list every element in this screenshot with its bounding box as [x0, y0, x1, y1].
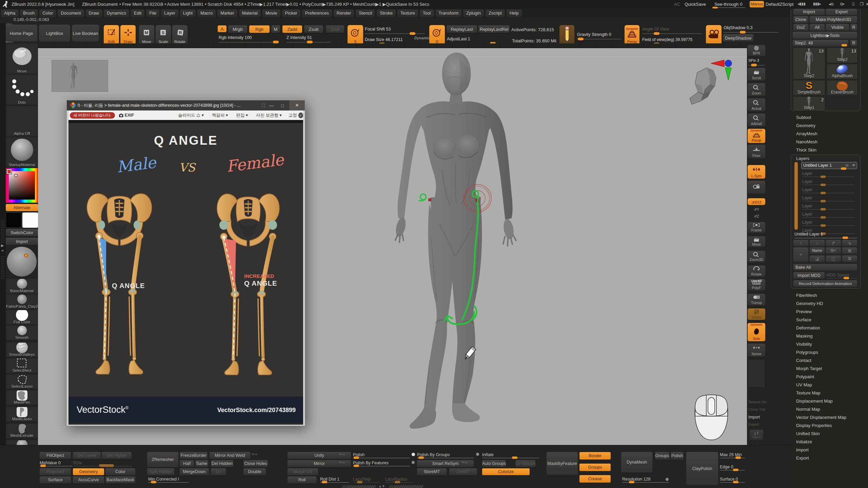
- main-color-swatch[interactable]: [6, 212, 21, 228]
- current-texture[interactable]: StartupMaterial: [6, 137, 38, 167]
- rotate-mode-button[interactable]: RRotate: [172, 25, 188, 45]
- rgb-intensity-slider[interactable]: Rgb Intensity 100: [219, 35, 279, 40]
- make-polymesh3d-button[interactable]: Make PolyMesh3D: [810, 16, 857, 23]
- record-deformation-button[interactable]: Record Deformation Animation: [793, 280, 857, 287]
- del-lower-button[interactable]: Del Lower: [73, 452, 101, 459]
- section-deformation[interactable]: Deformation: [796, 325, 820, 330]
- menu-draw[interactable]: Draw: [86, 9, 102, 17]
- layer-arrow-0[interactable]: ↑: [793, 240, 808, 246]
- texture-preview-box[interactable]: [748, 359, 765, 388]
- resolution-radio[interactable]: [666, 478, 669, 481]
- home-page-button[interactable]: Home Page: [5, 25, 37, 42]
- resolution-slider-knob[interactable]: [629, 481, 634, 483]
- draw-size-dynamic-button[interactable]: D: [429, 25, 445, 45]
- section-masking[interactable]: Masking: [796, 333, 812, 339]
- replay-last-rel-button[interactable]: ReplayLastRel: [478, 25, 510, 33]
- menu-stroke[interactable]: Stroke: [377, 9, 396, 17]
- minimize-button[interactable]: ⍗: [852, 2, 854, 6]
- tray-resize-handle[interactable]: [342, 485, 376, 488]
- layer-knob-2[interactable]: [821, 184, 826, 186]
- brush-material-maskpen[interactable]: MaskPen: [6, 390, 38, 405]
- del-hidden-button[interactable]: Del Hidden: [211, 460, 233, 467]
- sdiv-label[interactable]: SDiv: [73, 461, 82, 465]
- backface-mask-button[interactable]: BackfaceMask: [105, 476, 135, 483]
- divider-left-icon[interactable]: ◂▮▮▮: [797, 2, 806, 6]
- section-normal-map[interactable]: Normal Map: [796, 407, 820, 412]
- switch-color-button[interactable]: SwitchColor: [6, 229, 38, 236]
- menu-brush[interactable]: Brush: [20, 9, 38, 17]
- surface-button[interactable]: Surface: [40, 476, 71, 483]
- tray-open-arrow[interactable]: ▶: [1, 243, 4, 248]
- section-geometry-hd[interactable]: Geometry HD: [796, 301, 823, 306]
- texture-export-button[interactable]: Export: [748, 422, 759, 426]
- edit-menu[interactable]: 편집 ▾: [236, 113, 248, 118]
- current-brush[interactable]: Move: [6, 43, 38, 74]
- ghost-transparency-button[interactable]: Ghost: [748, 308, 765, 320]
- mdd-speed-knob[interactable]: [844, 277, 849, 279]
- section-contact[interactable]: Contact: [796, 358, 811, 363]
- layer-bottom-knob[interactable]: [843, 237, 848, 239]
- fill-object-button[interactable]: FillObject: [40, 452, 71, 459]
- spix-slider[interactable]: SPix 3: [748, 58, 765, 62]
- live-boolean-button[interactable]: Live Boolean: [72, 25, 99, 42]
- frame-mesh-button[interactable]: Frame: [748, 222, 765, 233]
- brush-material-masklasso[interactable]: MaskLasso: [6, 407, 38, 422]
- section-surface[interactable]: Surface: [796, 317, 811, 322]
- gravity-pencil-button[interactable]: [559, 25, 574, 45]
- scale-mode-button[interactable]: SScale: [156, 25, 171, 45]
- lightbox-tools-button[interactable]: Lightbox▶Tools: [793, 32, 857, 39]
- menu-layer[interactable]: Layer: [161, 9, 178, 17]
- xyz-toggles[interactable]: ✕ʏᴢ: [339, 453, 345, 456]
- layer-knob-7[interactable]: [821, 224, 826, 227]
- menu-picker[interactable]: Picker: [282, 9, 300, 17]
- brush-material-smooth[interactable]: Smooth: [6, 325, 38, 340]
- current-alpha[interactable]: Alpha Off: [6, 106, 38, 136]
- polish-groups-radio[interactable]: [476, 453, 479, 456]
- color-picker[interactable]: [6, 168, 38, 203]
- obj-shadow-slider-knob[interactable]: [740, 31, 746, 34]
- accucurve-button[interactable]: AccuCurve: [73, 476, 104, 483]
- layer-knob-1[interactable]: [821, 176, 826, 178]
- half-button[interactable]: Half: [180, 460, 194, 467]
- polish-features-radio[interactable]: [412, 461, 415, 464]
- xyz-toggles[interactable]: ✕ʏᴢ: [252, 453, 258, 456]
- section-polypaint[interactable]: Polypaint: [796, 374, 814, 379]
- xyz-toggles[interactable]: ✕ʏᴢ: [339, 461, 345, 464]
- section-nanomesh[interactable]: NanoMesh: [796, 139, 817, 144]
- color-button[interactable]: Color: [105, 468, 135, 475]
- brush-material-selectrect[interactable]: SelectRect: [6, 358, 38, 373]
- layer-arrow-2[interactable]: ↱: [826, 240, 841, 246]
- angle-of-view-slider-knob[interactable]: [654, 32, 659, 35]
- section-vector-displacement-map[interactable]: Vector Displacement Map: [796, 415, 846, 420]
- mid-value-slider-knob[interactable]: [40, 465, 46, 467]
- menu-macro[interactable]: Macro: [197, 9, 216, 17]
- z-intensity-slider-knob[interactable]: [307, 41, 313, 43]
- menu-tool[interactable]: Tool: [420, 9, 434, 17]
- exif-button[interactable]: EXIF: [125, 113, 134, 118]
- merge-down-button[interactable]: MergeDown: [180, 468, 209, 475]
- project-all-button[interactable]: ProjectAll: [40, 468, 71, 475]
- polish-slider-knob[interactable]: [354, 456, 359, 459]
- close-holes-button[interactable]: Close Holes: [243, 460, 268, 467]
- geometry-button[interactable]: Geometry: [73, 468, 104, 475]
- library-menu[interactable]: 사진 보관함 ▾: [256, 113, 282, 118]
- field-of-view-slider[interactable]: Field of view(deg) 39.59775: [642, 37, 702, 42]
- section-import[interactable]: Import: [796, 447, 809, 452]
- surface0-slider-knob[interactable]: [733, 481, 738, 483]
- mrgb-button[interactable]: Mrgb: [228, 25, 247, 33]
- render-camera-button[interactable]: [706, 25, 722, 45]
- double-button[interactable]: Double: [243, 468, 266, 475]
- import-mdd-button[interactable]: Import MDD: [793, 272, 825, 279]
- border-button[interactable]: Border: [579, 452, 611, 460]
- menu-material[interactable]: Material: [239, 9, 261, 17]
- move-mode-button[interactable]: MMove: [139, 25, 154, 45]
- brush-material-fabiopaiva-clay2[interactable]: FabioPaiva_Clay2: [6, 294, 38, 309]
- layer-knob-6[interactable]: [821, 216, 826, 219]
- spix-slider-knob[interactable]: [751, 64, 757, 66]
- default-zscript-button[interactable]: DefaultZScript: [766, 2, 793, 7]
- solo-mode-button[interactable]: DynamicSolo: [748, 323, 765, 341]
- layer-arrow-3[interactable]: ↳: [842, 240, 857, 246]
- menu-dynamics[interactable]: Dynamics: [104, 9, 129, 17]
- same-button[interactable]: Same: [195, 460, 208, 467]
- seethrough-knob[interactable]: [712, 7, 718, 8]
